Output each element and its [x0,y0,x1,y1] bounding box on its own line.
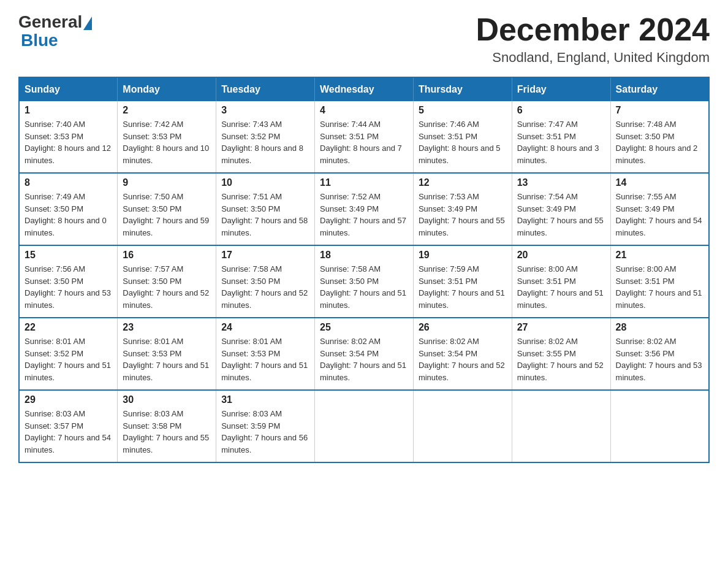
calendar-cell: 12 Sunrise: 7:53 AM Sunset: 3:49 PM Dayl… [413,173,512,245]
day-info: Sunrise: 7:58 AM Sunset: 3:50 PM Dayligh… [221,263,309,311]
weekday-header-sunday: Sunday [19,77,118,101]
calendar-cell: 2 Sunrise: 7:42 AM Sunset: 3:53 PM Dayli… [118,101,216,173]
day-info: Sunrise: 7:44 AM Sunset: 3:51 PM Dayligh… [320,118,408,166]
weekday-header-saturday: Saturday [610,77,709,101]
day-info: Sunrise: 8:02 AM Sunset: 3:54 PM Dayligh… [320,335,408,383]
day-info: Sunrise: 8:03 AM Sunset: 3:59 PM Dayligh… [221,408,309,456]
day-info: Sunrise: 7:54 AM Sunset: 3:49 PM Dayligh… [517,191,605,239]
calendar-cell: 24 Sunrise: 8:01 AM Sunset: 3:53 PM Dayl… [216,318,315,390]
calendar-cell: 20 Sunrise: 8:00 AM Sunset: 3:51 PM Dayl… [512,245,610,318]
day-number: 30 [123,394,211,405]
calendar-table: SundayMondayTuesdayWednesdayThursdayFrid… [18,77,710,463]
day-number: 17 [221,250,309,261]
title-area: December 2024 Snodland, England, United … [476,12,710,66]
calendar-cell: 28 Sunrise: 8:02 AM Sunset: 3:56 PM Dayl… [610,318,709,390]
day-number: 14 [616,177,703,188]
day-number: 25 [320,322,408,333]
day-info: Sunrise: 7:55 AM Sunset: 3:49 PM Dayligh… [616,191,703,239]
day-info: Sunrise: 7:56 AM Sunset: 3:50 PM Dayligh… [25,263,112,311]
day-info: Sunrise: 8:01 AM Sunset: 3:52 PM Dayligh… [25,335,112,383]
calendar-week-row: 1 Sunrise: 7:40 AM Sunset: 3:53 PM Dayli… [19,101,709,173]
calendar-week-row: 29 Sunrise: 8:03 AM Sunset: 3:57 PM Dayl… [19,390,709,462]
calendar-week-row: 8 Sunrise: 7:49 AM Sunset: 3:50 PM Dayli… [19,173,709,245]
calendar-cell: 10 Sunrise: 7:51 AM Sunset: 3:50 PM Dayl… [216,173,315,245]
day-info: Sunrise: 7:43 AM Sunset: 3:52 PM Dayligh… [221,118,309,166]
day-number: 3 [221,105,309,116]
calendar-header-row: SundayMondayTuesdayWednesdayThursdayFrid… [19,77,709,101]
day-info: Sunrise: 7:47 AM Sunset: 3:51 PM Dayligh… [517,118,605,166]
calendar-week-row: 15 Sunrise: 7:56 AM Sunset: 3:50 PM Dayl… [19,245,709,318]
calendar-cell: 16 Sunrise: 7:57 AM Sunset: 3:50 PM Dayl… [118,245,216,318]
weekday-header-monday: Monday [118,77,216,101]
day-number: 16 [123,250,211,261]
calendar-cell: 1 Sunrise: 7:40 AM Sunset: 3:53 PM Dayli… [19,101,118,173]
calendar-cell [512,390,610,462]
day-number: 9 [123,177,211,188]
day-number: 2 [123,105,211,116]
calendar-cell: 13 Sunrise: 7:54 AM Sunset: 3:49 PM Dayl… [512,173,610,245]
day-number: 18 [320,250,408,261]
calendar-cell [413,390,512,462]
logo: General Blue [18,12,92,50]
calendar-cell: 18 Sunrise: 7:58 AM Sunset: 3:50 PM Dayl… [315,245,414,318]
logo-general-text: General [18,12,82,32]
day-info: Sunrise: 7:48 AM Sunset: 3:50 PM Dayligh… [616,118,703,166]
logo-blue-text: Blue [21,31,58,50]
calendar-cell: 9 Sunrise: 7:50 AM Sunset: 3:50 PM Dayli… [118,173,216,245]
weekday-header-wednesday: Wednesday [315,77,414,101]
day-info: Sunrise: 8:00 AM Sunset: 3:51 PM Dayligh… [616,263,703,311]
day-info: Sunrise: 8:03 AM Sunset: 3:58 PM Dayligh… [123,408,211,456]
calendar-cell: 22 Sunrise: 8:01 AM Sunset: 3:52 PM Dayl… [19,318,118,390]
day-info: Sunrise: 8:01 AM Sunset: 3:53 PM Dayligh… [221,335,309,383]
location-subtitle: Snodland, England, United Kingdom [476,50,710,66]
day-info: Sunrise: 7:40 AM Sunset: 3:53 PM Dayligh… [25,118,112,166]
day-number: 15 [25,250,112,261]
day-info: Sunrise: 7:59 AM Sunset: 3:51 PM Dayligh… [419,263,507,311]
day-info: Sunrise: 8:02 AM Sunset: 3:54 PM Dayligh… [419,335,507,383]
calendar-cell: 17 Sunrise: 7:58 AM Sunset: 3:50 PM Dayl… [216,245,315,318]
weekday-header-friday: Friday [512,77,610,101]
calendar-cell [315,390,414,462]
day-number: 19 [419,250,507,261]
day-info: Sunrise: 8:02 AM Sunset: 3:56 PM Dayligh… [616,335,703,383]
main-title: December 2024 [476,12,710,47]
calendar-cell: 15 Sunrise: 7:56 AM Sunset: 3:50 PM Dayl… [19,245,118,318]
calendar-cell [610,390,709,462]
day-info: Sunrise: 8:03 AM Sunset: 3:57 PM Dayligh… [25,408,112,456]
calendar-cell: 29 Sunrise: 8:03 AM Sunset: 3:57 PM Dayl… [19,390,118,462]
calendar-cell: 6 Sunrise: 7:47 AM Sunset: 3:51 PM Dayli… [512,101,610,173]
day-number: 24 [221,322,309,333]
weekday-header-tuesday: Tuesday [216,77,315,101]
calendar-cell: 27 Sunrise: 8:02 AM Sunset: 3:55 PM Dayl… [512,318,610,390]
day-number: 27 [517,322,605,333]
day-number: 6 [517,105,605,116]
day-number: 23 [123,322,211,333]
calendar-cell: 3 Sunrise: 7:43 AM Sunset: 3:52 PM Dayli… [216,101,315,173]
day-number: 20 [517,250,605,261]
day-number: 22 [25,322,112,333]
day-info: Sunrise: 7:52 AM Sunset: 3:49 PM Dayligh… [320,191,408,239]
calendar-cell: 21 Sunrise: 8:00 AM Sunset: 3:51 PM Dayl… [610,245,709,318]
logo-triangle-icon [83,17,92,30]
weekday-header-thursday: Thursday [413,77,512,101]
day-number: 28 [616,322,703,333]
day-number: 4 [320,105,408,116]
day-number: 21 [616,250,703,261]
day-info: Sunrise: 8:00 AM Sunset: 3:51 PM Dayligh… [517,263,605,311]
day-number: 12 [419,177,507,188]
day-number: 8 [25,177,112,188]
calendar-cell: 19 Sunrise: 7:59 AM Sunset: 3:51 PM Dayl… [413,245,512,318]
calendar-cell: 4 Sunrise: 7:44 AM Sunset: 3:51 PM Dayli… [315,101,414,173]
day-info: Sunrise: 7:50 AM Sunset: 3:50 PM Dayligh… [123,191,211,239]
day-info: Sunrise: 8:01 AM Sunset: 3:53 PM Dayligh… [123,335,211,383]
calendar-cell: 11 Sunrise: 7:52 AM Sunset: 3:49 PM Dayl… [315,173,414,245]
calendar-cell: 30 Sunrise: 8:03 AM Sunset: 3:58 PM Dayl… [118,390,216,462]
day-number: 29 [25,394,112,405]
calendar-cell: 26 Sunrise: 8:02 AM Sunset: 3:54 PM Dayl… [413,318,512,390]
calendar-cell: 14 Sunrise: 7:55 AM Sunset: 3:49 PM Dayl… [610,173,709,245]
day-number: 31 [221,394,309,405]
day-info: Sunrise: 7:53 AM Sunset: 3:49 PM Dayligh… [419,191,507,239]
calendar-cell: 25 Sunrise: 8:02 AM Sunset: 3:54 PM Dayl… [315,318,414,390]
day-info: Sunrise: 7:57 AM Sunset: 3:50 PM Dayligh… [123,263,211,311]
day-number: 1 [25,105,112,116]
